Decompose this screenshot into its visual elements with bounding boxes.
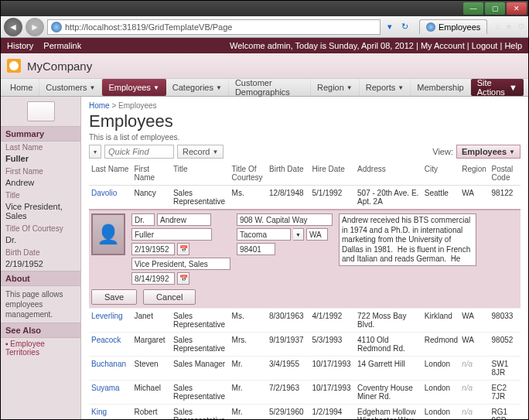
col-region[interactable]: Region bbox=[459, 162, 489, 186]
welcome-text: Welcome admin, Today is Sunday, April 08… bbox=[230, 41, 414, 50]
table-row[interactable]: Buchanan StevenSales ManagerMr. 3/4/1955… bbox=[89, 357, 520, 381]
summary-value: Dr. bbox=[1, 234, 80, 247]
summary-graphic-icon bbox=[27, 101, 55, 121]
col-postalcode[interactable]: Postal Code bbox=[490, 162, 520, 186]
view-label: View: bbox=[432, 147, 453, 156]
lastname-link[interactable]: Leverling bbox=[91, 312, 123, 320]
forward-button[interactable]: ► bbox=[26, 18, 44, 36]
notes-textarea[interactable]: Andrew received his BTS commercial in 19… bbox=[339, 213, 476, 266]
lastname-link[interactable]: Buchanan bbox=[91, 360, 126, 368]
reload-button[interactable]: ↻ bbox=[399, 21, 411, 33]
lastname-link[interactable]: Suyama bbox=[91, 384, 120, 392]
lastname-link[interactable]: King bbox=[91, 408, 107, 416]
address-input[interactable] bbox=[237, 213, 333, 226]
globe-icon bbox=[51, 22, 62, 32]
help-link[interactable]: Help bbox=[504, 41, 522, 50]
home-icon[interactable]: ⌂ bbox=[495, 22, 500, 32]
table-row[interactable]: King RobertSales RepresentativeMr. 5/29/… bbox=[89, 405, 520, 420]
globe-icon bbox=[426, 22, 435, 32]
browser-toolbar: ◄ ► http://localhost:31819/GridTemplateV… bbox=[1, 16, 528, 38]
employees-grid: Last Name First Name Title Title Of Cour… bbox=[89, 162, 520, 419]
browser-tab[interactable]: Employees bbox=[419, 19, 487, 34]
site-actions-button[interactable]: Site Actions▼ bbox=[471, 79, 524, 96]
view-selector[interactable]: Employees▼ bbox=[456, 145, 520, 159]
menu-region[interactable]: Region▼ bbox=[311, 79, 360, 96]
city-dropdown-icon[interactable]: ▼ bbox=[293, 228, 304, 241]
firstname-input[interactable] bbox=[157, 213, 211, 226]
favorite-icon[interactable]: ★ bbox=[505, 22, 513, 32]
gear-icon[interactable]: ⚙ bbox=[517, 22, 525, 32]
cancel-button[interactable]: Cancel bbox=[143, 289, 196, 305]
window-minimize-button[interactable]: — bbox=[463, 2, 483, 15]
summary-label: Birth Date bbox=[1, 247, 80, 258]
sidebar: Summary Last Name Fuller First Name Andr… bbox=[1, 97, 81, 419]
menu-customer-demographics[interactable]: Customer Demographics bbox=[229, 79, 311, 96]
grid-header-row: Last Name First Name Title Title Of Cour… bbox=[89, 162, 520, 186]
lastname-link[interactable]: Davolio bbox=[91, 189, 117, 197]
col-hiredate[interactable]: Hire Date bbox=[310, 162, 356, 186]
record-button[interactable]: Record▼ bbox=[177, 145, 224, 159]
page-title: Employees bbox=[89, 111, 520, 131]
col-address[interactable]: Address bbox=[355, 162, 422, 186]
url-dropdown-icon[interactable]: ▾ bbox=[384, 21, 396, 33]
app-header: MyCompany bbox=[1, 53, 528, 78]
logo-icon bbox=[7, 59, 21, 73]
summary-value: Fuller bbox=[1, 153, 80, 166]
chevron-down-icon: ▼ bbox=[90, 84, 96, 91]
summary-value: 2/19/1952 bbox=[1, 258, 80, 271]
seealso-link[interactable]: Employee Territories bbox=[1, 338, 80, 358]
history-link[interactable]: History bbox=[7, 41, 33, 50]
window-maximize-button[interactable]: ▢ bbox=[485, 2, 505, 15]
summary-value: Andrew bbox=[1, 177, 80, 190]
table-row[interactable]: Leverling JanetSales RepresentativeMs. 8… bbox=[89, 309, 520, 333]
city-input[interactable] bbox=[237, 228, 291, 241]
menu-categories[interactable]: Categories▼ bbox=[166, 79, 229, 96]
url-bar[interactable]: http://localhost:31819/GridTemplateVB/Pa… bbox=[47, 19, 381, 35]
quickfind-input[interactable] bbox=[104, 145, 174, 159]
col-lastname[interactable]: Last Name bbox=[89, 162, 131, 186]
postalcode-input[interactable] bbox=[237, 243, 275, 255]
col-birthdate[interactable]: Birth Date bbox=[267, 162, 309, 186]
app-topbar: History Permalink Welcome admin, Today i… bbox=[1, 38, 528, 53]
table-row[interactable]: Peacock MargaretSales RepresentativeMrs.… bbox=[89, 333, 520, 357]
back-button[interactable]: ◄ bbox=[4, 18, 22, 36]
hiredate-input[interactable] bbox=[131, 272, 175, 285]
url-text: http://localhost:31819/GridTemplateVB/Pa… bbox=[65, 22, 232, 32]
save-button[interactable]: Save bbox=[91, 289, 137, 305]
birthdate-input[interactable] bbox=[131, 243, 175, 255]
table-row[interactable]: Suyama MichaelSales RepresentativeMr. 7/… bbox=[89, 381, 520, 405]
col-city[interactable]: City bbox=[422, 162, 459, 186]
breadcrumb-current: Employees bbox=[118, 101, 156, 110]
page-subtitle: This is a list of employees. bbox=[89, 133, 520, 142]
summary-value: Vice President, Sales bbox=[1, 201, 80, 223]
menu-home[interactable]: Home bbox=[4, 79, 39, 96]
chevron-down-icon: ▼ bbox=[509, 83, 517, 92]
calendar-icon[interactable]: 📅 bbox=[177, 243, 189, 255]
col-firstname[interactable]: First Name bbox=[131, 162, 170, 186]
col-toc[interactable]: Title Of Courtesy bbox=[230, 162, 267, 186]
chevron-down-icon: ▼ bbox=[398, 84, 404, 91]
lastname-input[interactable] bbox=[131, 228, 212, 241]
about-heading: About bbox=[1, 271, 80, 286]
menu-customers[interactable]: Customers▼ bbox=[39, 79, 102, 96]
summary-label: Last Name bbox=[1, 142, 80, 153]
lastname-link[interactable]: Peacock bbox=[91, 336, 121, 344]
grid-menu-button[interactable]: ▾ bbox=[89, 145, 101, 159]
window-close-button[interactable]: ✕ bbox=[507, 2, 527, 15]
table-row[interactable]: Davolio NancySales RepresentativeMs. 12/… bbox=[89, 186, 520, 210]
menu-reports[interactable]: Reports▼ bbox=[360, 79, 411, 96]
calendar-icon[interactable]: 📅 bbox=[177, 272, 189, 285]
employee-photo: 👤 bbox=[91, 213, 125, 255]
menu-membership[interactable]: Membership bbox=[411, 79, 471, 96]
window-titlebar: — ▢ ✕ bbox=[1, 1, 528, 16]
breadcrumb-home[interactable]: Home bbox=[89, 101, 110, 110]
permalink-link[interactable]: Permalink bbox=[43, 41, 81, 50]
myaccount-link[interactable]: My Account bbox=[421, 41, 465, 50]
tab-title: Employees bbox=[439, 22, 480, 32]
menu-employees[interactable]: Employees▼ bbox=[102, 79, 166, 96]
col-title[interactable]: Title bbox=[171, 162, 230, 186]
logout-link[interactable]: Logout bbox=[472, 41, 498, 50]
region-input[interactable] bbox=[306, 228, 328, 241]
toc-input[interactable] bbox=[131, 213, 155, 226]
title-input[interactable] bbox=[131, 258, 230, 270]
